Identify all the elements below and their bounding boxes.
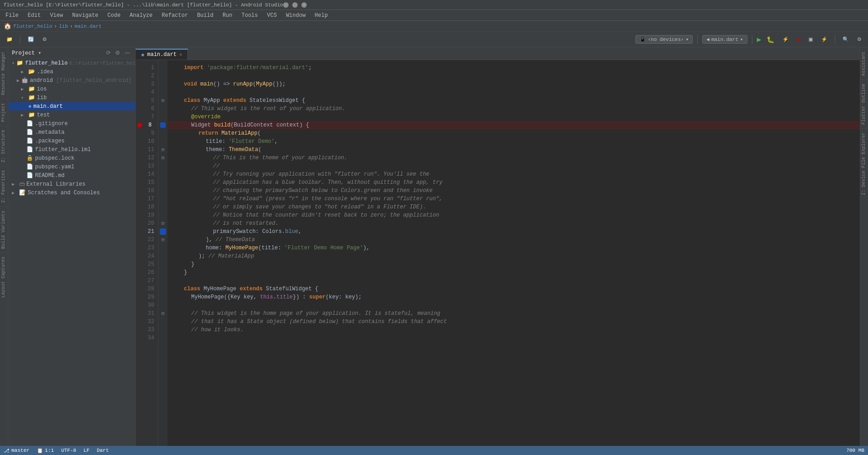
gutter-20[interactable]: ⊟ <box>158 219 168 228</box>
toolbar-sync[interactable]: 🔄 <box>25 35 37 44</box>
current-file-selector[interactable]: ◀ main.dart ▾ <box>702 35 747 44</box>
menu-run[interactable]: Run <box>219 11 236 20</box>
tree-main-dart[interactable]: ◆ main.dart <box>8 102 135 111</box>
tree-external-libs[interactable]: ▶ 🗃 External Libraries <box>8 180 135 188</box>
menu-analyze[interactable]: Analyze <box>126 11 156 20</box>
window-controls[interactable]: — □ ✕ <box>283 2 307 8</box>
menu-tools[interactable]: Tools <box>238 11 262 20</box>
tree-idea[interactable]: ▶ 📂 .idea <box>8 67 135 76</box>
toolbar-settings[interactable]: ⚙ <box>40 35 50 44</box>
code-line-3: void main() => runApp(MyApp()); <box>168 80 860 88</box>
code-content[interactable]: import 'package:flutter/material.dart'; … <box>168 60 860 446</box>
tab-z-structure[interactable]: Z: Structure <box>0 126 8 166</box>
search-button[interactable]: 🔍 <box>840 35 852 44</box>
coverage-button[interactable]: ▣ <box>806 35 816 44</box>
stop-button[interactable]: ■ <box>794 35 803 44</box>
left-vertical-tabs: Resource Manager Project Z: Structure 2:… <box>0 47 8 446</box>
ios-folder-icon: 📁 <box>28 86 35 92</box>
tree-scratches[interactable]: ▶ 📝 Scratches and Consoles <box>8 188 135 197</box>
gitignore-icon: 📄 <box>26 120 33 127</box>
tab-assistant[interactable]: Assistant <box>860 47 868 80</box>
tree-readme[interactable]: 📄 README.md <box>8 171 135 180</box>
tab-build-variants[interactable]: Build Variants <box>0 207 8 253</box>
menu-vcs[interactable]: VCS <box>264 11 281 20</box>
gutter-5[interactable]: ⊟ <box>158 96 168 105</box>
tab-flutter-outline[interactable]: Flutter Outline <box>860 80 868 128</box>
menu-edit[interactable]: Edit <box>24 11 45 20</box>
status-encoding[interactable]: UTF-8 <box>61 448 76 453</box>
tree-lib[interactable]: ▾ 📁 lib <box>8 93 135 102</box>
toolbar-project-icon[interactable]: 📁 <box>4 35 15 44</box>
tab-project[interactable]: Project <box>0 99 8 126</box>
code-line-31: // This widget is the home page of your … <box>168 309 860 318</box>
gutter-22[interactable]: ⊟ <box>158 236 168 244</box>
code-line-4 <box>168 88 860 96</box>
gutter-18 <box>158 203 168 211</box>
tab-device-file-explorer[interactable]: I: Device File Explorer <box>860 128 868 199</box>
tree-pubspec-yaml[interactable]: 📄 pubspec.yaml <box>8 162 135 171</box>
panel-sync-btn[interactable]: ⟳ <box>105 49 112 56</box>
menu-code[interactable]: Code <box>104 11 124 20</box>
tree-metadata[interactable]: 📄 .metadata <box>8 128 135 136</box>
menu-window[interactable]: Window <box>282 11 309 20</box>
code-editor[interactable]: 1 2 3 4 5 6 7 8 9 10 11 12 13 14 15 16 1… <box>136 60 860 446</box>
tree-ios-label: ios <box>37 86 47 92</box>
tab-bar: ◆ main.dart ✕ <box>136 47 860 60</box>
tree-iml[interactable]: 📄 flutter_hello.iml <box>8 145 135 154</box>
menu-refactor[interactable]: Refactor <box>158 11 192 20</box>
gutter-24 <box>158 252 168 260</box>
tree-gitignore[interactable]: 📄 .gitignore <box>8 119 135 128</box>
menu-build[interactable]: Build <box>193 11 217 20</box>
status-tasks: 📋 1:1 <box>37 448 54 454</box>
panel-settings-btn[interactable]: ⚙ <box>114 49 122 56</box>
gutter-32 <box>158 318 168 326</box>
menu-file[interactable]: File <box>2 11 22 20</box>
line-num-28: 28 <box>136 285 158 293</box>
run-button[interactable]: ▶ <box>757 35 761 44</box>
gutter-8[interactable] <box>158 121 168 129</box>
gutter-11[interactable]: ⊟ <box>158 146 168 154</box>
maximize-button[interactable]: □ <box>292 2 298 8</box>
breadcrumb-file[interactable]: main.dart <box>75 24 102 29</box>
device-selector[interactable]: 📱 ‹no devices› ▾ <box>635 35 693 44</box>
tab-resource-manager[interactable]: Resource Manager <box>0 47 8 99</box>
tree-ios[interactable]: ▶ 📁 ios <box>8 85 135 93</box>
gutter-12[interactable]: ⊟ <box>158 154 168 162</box>
tree-android[interactable]: ▶ 🤖 android [flutter_hello_android] <box>8 76 135 85</box>
hot-reload-button[interactable]: ⚡ <box>818 35 830 44</box>
breadcrumb-project[interactable]: flutter_hello <box>13 24 52 29</box>
line-num-3: 3 <box>136 80 158 88</box>
tree-ext-arrow: ▶ <box>12 182 17 187</box>
panel-toolbar: ⟳ ⚙ — <box>105 49 132 56</box>
status-language[interactable]: Dart <box>97 448 109 453</box>
close-button[interactable]: ✕ <box>301 2 307 8</box>
tree-test[interactable]: ▶ 📁 test <box>8 111 135 119</box>
scratches-icon: 📝 <box>19 189 26 196</box>
debug-button[interactable]: 🐛 <box>764 34 777 45</box>
menu-view[interactable]: View <box>46 11 67 20</box>
tree-root-label: flutter_hello <box>25 60 68 66</box>
breadcrumb-lib[interactable]: lib <box>59 24 68 29</box>
gutter-13 <box>158 162 168 170</box>
gutter-31[interactable]: ⊟ <box>158 309 168 318</box>
tab-close-button[interactable]: ✕ <box>179 52 182 57</box>
panel-collapse-btn[interactable]: — <box>123 49 132 56</box>
gutter-6 <box>158 105 168 113</box>
tab-layout-captures[interactable]: Layout Captures <box>0 253 8 301</box>
minimize-button[interactable]: — <box>283 2 289 8</box>
test-folder-icon: 📁 <box>28 111 35 118</box>
code-line-11: theme: ThemeData( <box>168 146 860 154</box>
tree-packages[interactable]: 📄 .packages <box>8 136 135 145</box>
menu-navigate[interactable]: Navigate <box>68 11 102 20</box>
menu-help[interactable]: Help <box>311 11 331 20</box>
editor-area: ◆ main.dart ✕ 1 2 3 4 5 6 7 8 9 10 <box>136 47 860 446</box>
tab-main-dart[interactable]: ◆ main.dart ✕ <box>136 49 188 60</box>
settings-button2[interactable]: ⚙ <box>854 35 864 44</box>
task-icon: 📋 <box>37 448 43 454</box>
status-line-ending[interactable]: LF <box>83 448 89 453</box>
tab-2-favorites[interactable]: 2: Favorites <box>0 166 8 207</box>
code-line-16: // changing the primarySwatch below to C… <box>168 187 860 195</box>
tree-pubspec-lock[interactable]: 🔒 pubspec.lock <box>8 154 135 162</box>
profile-button[interactable]: ⚡ <box>780 35 792 44</box>
tree-root[interactable]: ▾ 📁 flutter_hello E:\Flutter\flutter_hel… <box>8 59 135 67</box>
